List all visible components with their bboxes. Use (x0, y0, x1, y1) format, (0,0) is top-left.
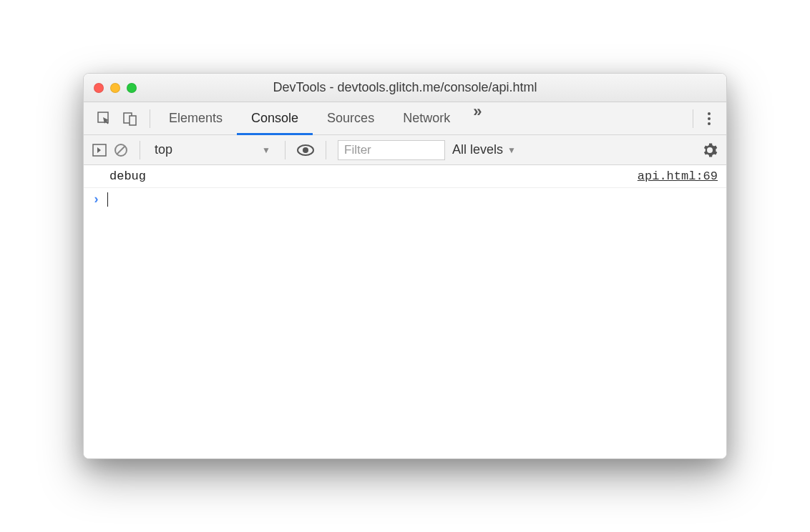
console-prompt[interactable]: › (84, 188, 726, 211)
divider (326, 141, 326, 159)
divider (285, 141, 286, 159)
log-source-link[interactable]: api.html:69 (638, 169, 718, 183)
close-button[interactable] (94, 83, 104, 93)
svg-point-7 (303, 147, 308, 153)
tab-sources[interactable]: Sources (313, 102, 389, 135)
live-expression-icon[interactable] (297, 144, 314, 156)
maximize-button[interactable] (127, 83, 137, 93)
devtools-window: DevTools - devtools.glitch.me/console/ap… (83, 73, 727, 459)
panel-tabs: Elements Console Sources Network » (155, 102, 688, 135)
svg-rect-2 (130, 116, 136, 125)
settings-menu-icon[interactable] (698, 112, 721, 125)
console-log-row: debug api.html:69 (84, 165, 726, 188)
levels-label: All levels (452, 142, 503, 157)
chevron-down-icon: ▼ (507, 145, 516, 155)
prompt-chevron-icon: › (92, 192, 100, 207)
divider (150, 109, 150, 128)
titlebar: DevTools - devtools.glitch.me/console/ap… (84, 74, 726, 102)
divider (693, 109, 693, 128)
console-toolbar: top ▼ All levels ▼ (84, 135, 726, 165)
tab-network[interactable]: Network (389, 102, 464, 135)
window-title: DevTools - devtools.glitch.me/console/ap… (94, 80, 716, 95)
svg-line-5 (117, 146, 125, 154)
tabs-bar: Elements Console Sources Network » (84, 102, 726, 135)
inspector-tools (89, 111, 145, 127)
chevron-down-icon: ▼ (262, 145, 270, 155)
divider (140, 141, 140, 159)
tab-elements[interactable]: Elements (155, 102, 237, 135)
filter-input[interactable] (338, 140, 445, 160)
execution-context-dropdown[interactable]: top ▼ (152, 142, 273, 157)
more-tabs-icon[interactable]: » (464, 102, 490, 135)
tab-console[interactable]: Console (237, 102, 313, 135)
clear-console-icon[interactable] (114, 143, 128, 157)
minimize-button[interactable] (110, 83, 120, 93)
log-message: debug (109, 169, 638, 183)
toggle-sidebar-icon[interactable] (92, 144, 107, 157)
context-label: top (155, 142, 172, 157)
window-controls (94, 83, 137, 93)
inspect-element-icon[interactable] (97, 111, 112, 127)
log-levels-dropdown[interactable]: All levels ▼ (452, 142, 516, 157)
console-output: debug api.html:69 › (84, 165, 726, 458)
device-toolbar-icon[interactable] (122, 111, 138, 127)
console-settings-icon[interactable] (702, 142, 718, 158)
input-cursor (107, 192, 108, 207)
